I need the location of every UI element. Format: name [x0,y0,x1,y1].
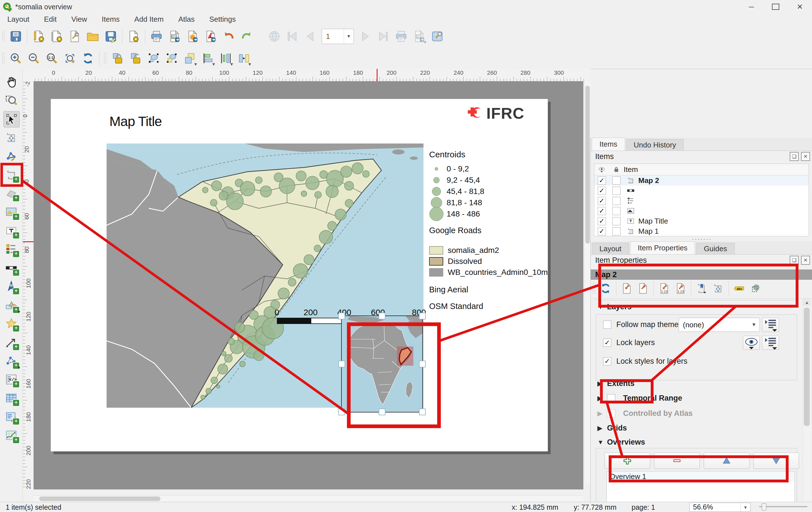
menu-edit[interactable]: Edit [37,13,64,25]
move-overview-up-button[interactable] [704,453,749,469]
lock-checkbox[interactable] [612,187,620,195]
export-pdf-icon[interactable]: A [202,28,219,45]
lock-checkbox[interactable] [612,176,620,185]
theme-iterator-button[interactable] [762,318,779,332]
overview-map-item[interactable] [341,315,423,413]
add-marker-tool[interactable]: + [3,316,19,332]
properties-scrollbar[interactable]: ▲ ▼ [803,298,811,512]
scrollbar-thumb[interactable] [804,308,810,426]
print-atlas-icon[interactable] [393,28,409,45]
atlas-feature-combo[interactable]: 1▼ [322,29,354,44]
add-shape-tool[interactable]: +▼ [3,297,19,313]
last-feature-icon[interactable] [375,28,392,45]
add-scalebar-tool[interactable]: + [3,260,19,276]
save-as-template-icon[interactable] [103,28,119,45]
duplicate-layout-icon[interactable] [49,28,65,45]
zoom-slider-thumb[interactable] [762,503,766,511]
refresh-button[interactable] [598,281,613,296]
add-map-tool[interactable]: + [3,167,19,183]
selection-handle[interactable] [419,361,426,367]
redo-icon[interactable] [238,28,255,45]
menu-add-item[interactable]: Add Item [127,13,171,25]
menu-items[interactable]: Items [94,13,127,25]
lock-checkbox[interactable] [612,207,620,215]
setscaleout-button[interactable]: 1:23 [673,281,688,296]
set-layers-eye-button[interactable] [743,336,760,350]
layout-page[interactable]: Map Title IFRC Centroids 0 - 9,2 9,2 - 4… [51,99,548,451]
visibility-checkbox[interactable]: ✓ [598,207,606,215]
lock-checkbox[interactable] [612,217,620,225]
selection-handle[interactable] [338,313,345,319]
add-attribute-table-tool[interactable]: + [3,390,19,406]
lock-checkbox[interactable] [612,227,620,235]
visibility-checkbox[interactable]: ✓ [598,227,606,235]
float-panel-icon[interactable]: ❏ [790,152,799,161]
align-items-icon[interactable]: ▼ [200,50,216,66]
item-row[interactable]: ✓ Map 2 [594,175,809,186]
zoom-full-icon[interactable] [62,50,78,66]
lock-layers-checkbox[interactable]: ✓ [603,339,611,347]
lock-styles-checkbox[interactable]: ✓ [603,357,611,365]
section-controlled-by-atlas[interactable]: ▶Controlled by Atlas [598,409,693,418]
next-feature-icon[interactable] [357,28,373,45]
add-overview-button[interactable] [605,453,650,469]
layout-manager-icon[interactable] [66,28,83,45]
setextent-button[interactable] [619,281,634,296]
bookmark-button[interactable] [694,281,709,296]
follow-map-theme-checkbox[interactable] [603,320,611,329]
overview-list-item[interactable]: Overview 1 [607,472,794,482]
add-3d-map-tool[interactable]: + [3,186,19,201]
new-layout-icon[interactable] [30,28,47,45]
controlled-by-atlas-checkbox[interactable] [607,409,615,418]
section-grids[interactable]: ▶Grids [598,424,627,432]
temporal-range-checkbox[interactable] [607,394,615,402]
legend-item[interactable]: Centroids 0 - 9,2 9,2 - 45,4 45,4 - 81,8… [429,150,550,311]
zoom-level-combo[interactable]: 56.6% ▼ [689,503,751,512]
selection-handle[interactable] [419,408,426,415]
maximize-button[interactable] [763,0,788,13]
close-panel-icon[interactable]: ✕ [801,152,810,161]
section-layers[interactable]: ▼Layers [598,303,632,311]
interact-button[interactable] [711,281,725,296]
toolbar-grip[interactable] [104,52,107,64]
previous-feature-icon[interactable] [302,28,319,45]
item-row[interactable]: ✓ Map 1 [594,226,809,236]
add-elevation-profile-tool[interactable]: + [3,427,19,443]
select-all-items-icon[interactable] [145,50,162,66]
undo-icon[interactable] [221,28,237,45]
panel-splitter[interactable] [591,237,812,241]
refresh-view-icon[interactable] [80,50,96,66]
visibility-checkbox[interactable]: ✓ [598,176,606,185]
selection-handle[interactable] [419,313,426,319]
pan-tool[interactable] [3,74,19,90]
float-panel-icon[interactable]: ❏ [790,256,799,265]
unlock-items-icon[interactable] [127,50,144,66]
tab-layout[interactable]: Layout [592,243,629,254]
export-atlas-icon[interactable]: ▼ [411,28,428,45]
section-overviews[interactable]: ▼Overviews [598,438,645,447]
first-feature-icon[interactable] [284,28,300,45]
menu-atlas[interactable]: Atlas [171,13,202,25]
item-row[interactable]: ✓ [594,206,809,216]
atlas-settings-icon[interactable] [429,28,445,45]
minimize-button[interactable]: ─ [739,0,763,13]
close-panel-icon[interactable]: ✕ [801,256,810,265]
visibility-checkbox[interactable]: ✓ [598,197,606,205]
visibility-checkbox[interactable]: ✓ [598,217,606,225]
export-image-icon[interactable] [166,28,183,45]
add-legend-tool[interactable]: + [3,241,19,257]
add-html-tool[interactable]: </>+ [3,372,19,388]
deselect-items-icon[interactable] [164,50,180,66]
clip-button[interactable] [748,281,763,296]
select-move-item-tool[interactable] [3,111,20,127]
selection-handle[interactable] [379,313,385,319]
print-layout-icon[interactable] [148,28,165,45]
toolbar-grip[interactable] [2,30,5,42]
menu-layout[interactable]: Layout [0,13,37,25]
add-picture-tool[interactable]: + [3,204,19,220]
abc-button[interactable]: abc [732,281,747,296]
zoom-in-icon[interactable] [8,50,24,66]
item-row[interactable]: ✓ Map Title [594,216,809,226]
add-north-arrow-tool[interactable]: N+ [3,279,19,294]
resize-items-icon[interactable]: ▼ [236,50,252,66]
